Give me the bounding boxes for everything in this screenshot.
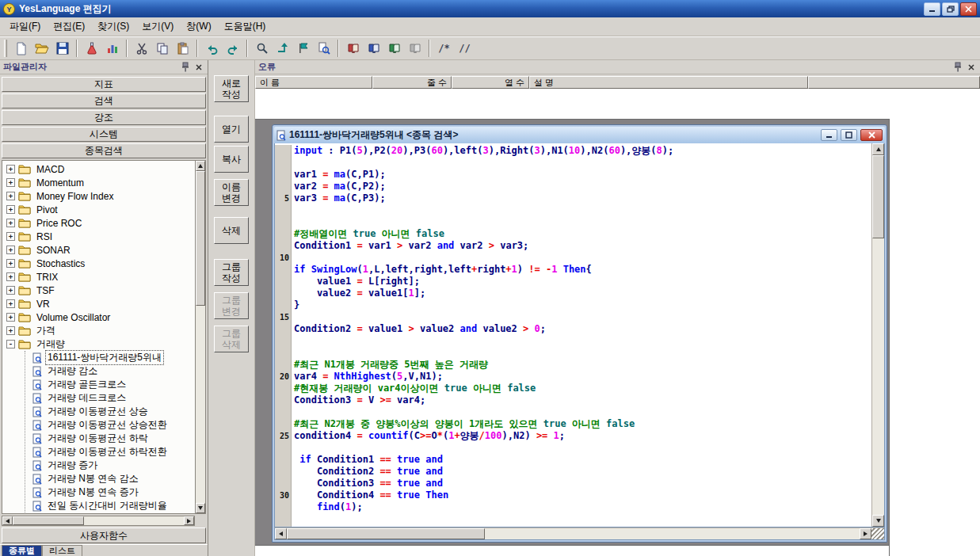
tree-folder-label[interactable]: VR [34, 298, 52, 310]
section-button[interactable]: 강조 [2, 110, 206, 125]
scrollbar-track[interactable] [84, 516, 184, 525]
scrollbar-thumb[interactable] [13, 516, 84, 525]
find-icon[interactable] [252, 39, 272, 58]
strip-button[interactable]: 그룹 작성 [214, 259, 249, 286]
tree-item-label[interactable]: 전일 동시간대비 거래량비율 [45, 498, 170, 513]
redo-icon[interactable] [223, 39, 242, 58]
expand-toggle-icon[interactable]: + [6, 192, 15, 200]
tree-item[interactable]: 거래량 이동평균선 하락전환 [32, 445, 195, 459]
error-column-header[interactable]: 설 명 [529, 76, 808, 89]
editor-close-button[interactable] [860, 129, 883, 141]
tree-folder[interactable]: +TSF [6, 284, 195, 297]
editor-vertical-scrollbar[interactable] [871, 143, 884, 527]
editor-minimize-button[interactable] [821, 129, 837, 141]
tree-folder[interactable]: +RSI [6, 230, 195, 243]
menu-item[interactable]: 찾기(S) [91, 17, 135, 36]
pin-icon[interactable] [180, 62, 191, 73]
panel-close-icon[interactable] [193, 62, 204, 73]
tree-item[interactable]: 거래량 이동평균선 상승 [32, 405, 195, 418]
expand-toggle-icon[interactable]: + [6, 313, 15, 322]
menu-item[interactable]: 도움말(H) [218, 17, 273, 36]
book-indicator-icon[interactable] [343, 39, 363, 58]
tree-item[interactable]: 거래량 데드크로스 [32, 391, 195, 405]
expand-toggle-icon[interactable]: + [6, 205, 15, 214]
tree-folder[interactable]: +Stochastics [6, 257, 195, 270]
tree-folder-label[interactable]: TRIX [34, 271, 60, 284]
editor-titlebar[interactable]: 161111-쌍바닥거래량5위내 <종목 검색> [274, 127, 885, 143]
book-system-icon[interactable] [384, 39, 404, 58]
undo-icon[interactable] [202, 39, 222, 58]
bookmark-icon[interactable] [293, 39, 313, 58]
editor-window[interactable]: 161111-쌍바닥거래량5위내 <종목 검색> input : P1(5),P… [272, 124, 887, 543]
minimize-button[interactable] [924, 2, 940, 16]
paste-icon[interactable] [173, 39, 193, 58]
find-in-files-icon[interactable] [314, 39, 334, 58]
tree-folder[interactable]: +VR [6, 297, 195, 310]
copy-icon[interactable] [152, 39, 172, 58]
tree-folder[interactable]: +Momentum [6, 176, 195, 189]
error-column-header[interactable]: 열 수 [452, 76, 529, 89]
filemanager-tab[interactable]: 종류별 [2, 545, 42, 556]
strip-button[interactable]: 새로 작성 [214, 75, 249, 102]
scrollbar-track[interactable] [485, 528, 860, 539]
section-button[interactable]: 지표 [2, 77, 206, 92]
comment-block-icon[interactable]: /* [434, 39, 454, 58]
tree-folder-label[interactable]: Price ROC [34, 217, 84, 230]
save-file-icon[interactable] [52, 39, 72, 58]
scrollbar-track[interactable] [872, 238, 884, 515]
tree-folder[interactable]: +SONAR [6, 243, 195, 257]
scroll-left-icon[interactable] [275, 528, 287, 539]
tree-folder[interactable]: +TRIX [6, 270, 195, 284]
tree-folder[interactable]: +Pivot [6, 203, 195, 216]
new-file-icon[interactable] [11, 39, 31, 58]
goto-line-icon[interactable] [273, 39, 292, 58]
editor-maximize-button[interactable] [841, 129, 857, 141]
tree-folder[interactable]: +MACD [6, 162, 195, 176]
scroll-down-icon[interactable] [196, 503, 205, 513]
book-search-icon[interactable] [364, 39, 383, 58]
scrollbar-thumb[interactable] [872, 155, 884, 238]
menu-item[interactable]: 보기(V) [135, 17, 180, 36]
open-file-icon[interactable] [32, 39, 51, 58]
expand-toggle-icon[interactable]: - [6, 340, 15, 348]
tree-item[interactable]: 161111-쌍바닥거래량5위내 [32, 351, 195, 364]
scrollbar-thumb[interactable] [196, 171, 205, 306]
menu-item[interactable]: 편집(E) [47, 17, 91, 36]
menu-item[interactable]: 창(W) [180, 17, 217, 36]
tree-item[interactable]: 전일 동시간대비 거래량비율 [32, 499, 195, 512]
scroll-up-icon[interactable] [872, 143, 884, 155]
tree-item[interactable]: 거래량 증가 [32, 459, 195, 472]
tree-folder-label[interactable]: Money Flow Index [34, 190, 116, 203]
code-area[interactable]: input : P1(5),P2(20),P3(60),left(3),Righ… [275, 143, 871, 527]
tree-vertical-scrollbar[interactable] [195, 161, 205, 513]
tree-folder-label[interactable]: SONAR [34, 244, 73, 257]
tree-folder-label[interactable]: TSF [34, 284, 57, 297]
tree-horizontal-scrollbar[interactable] [2, 516, 195, 526]
error-column-header[interactable]: 이 름 [255, 76, 372, 89]
menu-item[interactable]: 파일(F) [3, 17, 47, 36]
user-functions-button[interactable]: 사용자함수 [2, 527, 206, 543]
strip-button[interactable]: 열기 [214, 116, 249, 143]
strip-button[interactable]: 복사 [214, 146, 249, 173]
verify-formula-icon[interactable] [82, 39, 101, 58]
scroll-down-icon[interactable] [872, 515, 884, 527]
tree-folder[interactable]: +가격 [6, 324, 195, 337]
strip-button[interactable]: 삭제 [214, 217, 249, 244]
tree-folder-label[interactable]: Stochastics [34, 257, 87, 270]
section-button[interactable]: 시스템 [2, 127, 206, 142]
section-button[interactable]: 검색 [2, 93, 206, 109]
code-editor[interactable]: input : P1(5),P2(20),P3(60),left(3),Righ… [274, 143, 885, 527]
section-button[interactable]: 종목검색 [2, 143, 206, 158]
tree-folder-label[interactable]: Momentum [34, 177, 86, 189]
scrollbar-thumb[interactable] [287, 528, 485, 539]
tree-item[interactable]: 거래량 이동평균선 상승전환 [32, 418, 195, 432]
tree-folder[interactable]: +Volume Oscillator [6, 310, 195, 324]
expand-toggle-icon[interactable]: + [6, 219, 15, 227]
expand-toggle-icon[interactable]: + [6, 165, 15, 173]
tree-folder-label[interactable]: Volume Oscillator [34, 311, 112, 324]
close-button[interactable] [960, 2, 977, 16]
tree-folder[interactable]: +Money Flow Index [6, 189, 195, 203]
tree-item[interactable]: 거래량 감소 [32, 364, 195, 378]
tree-folder-label[interactable]: RSI [34, 230, 55, 243]
expand-toggle-icon[interactable]: + [6, 326, 15, 335]
